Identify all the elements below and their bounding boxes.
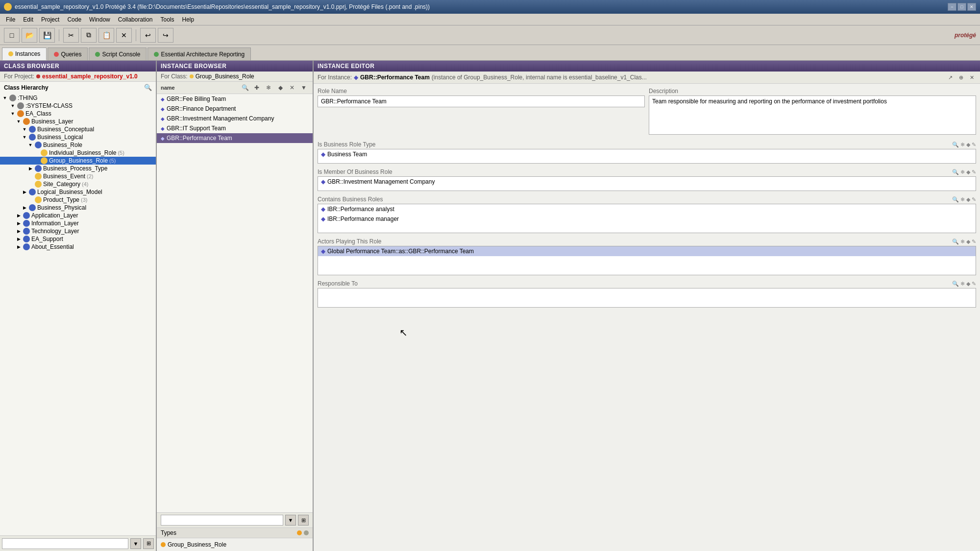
maximize-button[interactable]: □ — [957, 3, 966, 11]
instance-editor-scroll[interactable]: Role Name Description Is Business Role T… — [314, 84, 980, 551]
cr-item-1[interactable]: ◆ IBR::Performance analyst — [318, 204, 976, 214]
biz-role-type-list[interactable]: ◆ Business Team — [318, 149, 976, 164]
instance-list-item[interactable]: ◆GBR::Performance Team — [157, 133, 313, 143]
cr-diamond-icon[interactable]: ◆ — [966, 196, 970, 203]
mo-diamond-icon[interactable]: ◆ — [966, 169, 970, 175]
tree-item[interactable]: ▶Logical_Business_Model — [0, 188, 156, 196]
tree-item[interactable]: Site_Category (4) — [0, 180, 156, 188]
menu-item-window[interactable]: Window — [85, 15, 114, 24]
brt-item[interactable]: ◆ Business Team — [318, 149, 976, 159]
tree-item[interactable]: Product_Type (3) — [0, 196, 156, 204]
rt-diamond-icon[interactable]: ◆ — [966, 281, 970, 287]
tree-toggle[interactable]: ▶ — [22, 205, 27, 211]
tab-script-console[interactable]: Script Console — [89, 48, 147, 60]
menu-item-file[interactable]: File — [2, 15, 19, 24]
tree-toggle[interactable]: ▶ — [16, 244, 22, 250]
save-button[interactable]: 💾 — [39, 28, 55, 43]
tree-item[interactable]: Individual_Business_Role (5) — [0, 149, 156, 157]
act-item-1[interactable]: ◆ Global Performance Team::as::GBR::Perf… — [318, 246, 976, 256]
inst-diamond-btn[interactable]: ◆ — [275, 83, 285, 93]
cr-item-2[interactable]: ◆ IBR::Performance manager — [318, 214, 976, 224]
brt-edit-icon[interactable]: ✎ — [972, 142, 976, 148]
class-search-input[interactable] — [2, 538, 128, 549]
menu-item-code[interactable]: Code — [63, 15, 85, 24]
tree-toggle[interactable]: ▶ — [16, 213, 22, 218]
inst-dropdown-btn[interactable]: ▼ — [299, 83, 309, 93]
inst-search-input[interactable] — [161, 515, 283, 526]
inst-add-btn[interactable]: ✚ — [252, 83, 262, 93]
tab-queries[interactable]: Queries — [48, 48, 88, 60]
inst-grid-btn[interactable]: ⊞ — [298, 515, 309, 526]
role-name-input[interactable] — [318, 96, 645, 107]
inst-search-btn[interactable]: 🔍 — [240, 83, 250, 93]
tree-toggle[interactable]: ▶ — [16, 228, 22, 234]
cr-add-icon[interactable]: ❄ — [960, 196, 965, 203]
tree-item[interactable]: ▶Technology_Layer — [0, 227, 156, 235]
menu-item-edit[interactable]: Edit — [19, 15, 37, 24]
inst-close-btn[interactable]: ✕ — [287, 83, 297, 93]
tree-toggle[interactable]: ▼ — [2, 95, 8, 101]
tree-item[interactable]: ▶About_Essential — [0, 243, 156, 251]
brt-add-icon[interactable]: ❄ — [960, 142, 965, 148]
description-textarea[interactable] — [649, 96, 976, 135]
tree-item[interactable]: ▼:SYSTEM-CLASS — [0, 102, 156, 110]
close-button[interactable]: ✕ — [967, 3, 976, 11]
tree-item[interactable]: ▼Business_Layer — [0, 118, 156, 125]
new-button[interactable]: □ — [4, 28, 20, 43]
tab-ear[interactable]: Essential Architecture Reporting — [147, 48, 251, 60]
act-diamond-icon[interactable]: ◆ — [966, 239, 970, 245]
ie-close-button[interactable]: ✕ — [967, 73, 976, 82]
mo-add-icon[interactable]: ❄ — [960, 169, 965, 175]
instance-list[interactable]: ◆GBR::Fee Billing Team◆GBR::Finance Depa… — [157, 94, 313, 512]
menu-item-help[interactable]: Help — [178, 15, 198, 24]
tree-toggle[interactable]: ▼ — [27, 142, 33, 148]
open-button[interactable]: 📂 — [22, 28, 37, 43]
cr-search-icon[interactable]: 🔍 — [952, 196, 959, 203]
member-of-list[interactable]: ◆ GBR::Investment Management Company — [318, 176, 976, 191]
tree-toggle[interactable]: ▶ — [16, 236, 22, 242]
tree-item[interactable]: ▼Business_Role — [0, 141, 156, 149]
instance-list-item[interactable]: ◆GBR::IT Support Team — [157, 123, 313, 133]
menu-item-project[interactable]: Project — [37, 15, 63, 24]
act-search-icon[interactable]: 🔍 — [952, 239, 959, 245]
tree-item[interactable]: Group_Business_Role (5) — [0, 157, 156, 165]
contains-roles-list[interactable]: ◆ IBR::Performance analyst ◆ IBR::Perfor… — [318, 204, 976, 233]
paste-button[interactable]: 📋 — [98, 28, 114, 43]
minimize-button[interactable]: − — [948, 3, 956, 11]
types-item[interactable]: Group_Business_Role — [161, 540, 309, 549]
tree-item[interactable]: ▼:THING — [0, 94, 156, 102]
tree-item[interactable]: ▶Information_Layer — [0, 219, 156, 227]
cr-edit-icon[interactable]: ✎ — [972, 196, 976, 203]
mo-item[interactable]: ◆ GBR::Investment Management Company — [318, 177, 976, 187]
rt-edit-icon[interactable]: ✎ — [972, 281, 976, 287]
delete-button[interactable]: ✕ — [116, 28, 132, 43]
brt-search-icon[interactable]: 🔍 — [952, 142, 959, 148]
tree-item[interactable]: ▶Application_Layer — [0, 212, 156, 219]
search-icon[interactable]: 🔍 — [144, 84, 152, 91]
tree-item[interactable]: ▶Business_Physical — [0, 204, 156, 212]
act-add-icon[interactable]: ❄ — [960, 239, 965, 245]
tree-item[interactable]: ▼Business_Logical — [0, 133, 156, 141]
actors-list[interactable]: ◆ Global Performance Team::as::GBR::Perf… — [318, 246, 976, 275]
tree-toggle[interactable]: ▼ — [10, 111, 16, 117]
tree-toggle[interactable]: ▶ — [16, 220, 22, 226]
instance-list-item[interactable]: ◆GBR::Investment Management Company — [157, 114, 313, 123]
brt-diamond-icon[interactable]: ◆ — [966, 142, 970, 148]
inst-snowflake-btn[interactable]: ❄ — [264, 83, 273, 93]
ie-btn1[interactable]: ↗ — [946, 73, 955, 82]
tree-item[interactable]: Business_Event (2) — [0, 172, 156, 180]
window-controls[interactable]: − □ ✕ — [948, 3, 976, 11]
redo-button[interactable]: ↪ — [158, 28, 173, 43]
tree-toggle[interactable]: ▼ — [10, 103, 16, 109]
tree-toggle[interactable]: ▼ — [16, 119, 22, 124]
class-search-dropdown[interactable]: ▼ — [130, 538, 141, 549]
tree-toggle[interactable]: ▶ — [27, 166, 33, 171]
tree-item[interactable]: ▶Business_Process_Type — [0, 165, 156, 172]
mo-search-icon[interactable]: 🔍 — [952, 169, 959, 175]
menu-item-collaboration[interactable]: Collaboration — [114, 15, 157, 24]
class-search-grid[interactable]: ⊞ — [143, 538, 154, 549]
responsible-to-list[interactable] — [318, 288, 976, 308]
instance-list-item[interactable]: ◆GBR::Fee Billing Team — [157, 94, 313, 104]
tree-item[interactable]: ▼Business_Conceptual — [0, 125, 156, 133]
tree-item[interactable]: ▼EA_Class — [0, 110, 156, 118]
